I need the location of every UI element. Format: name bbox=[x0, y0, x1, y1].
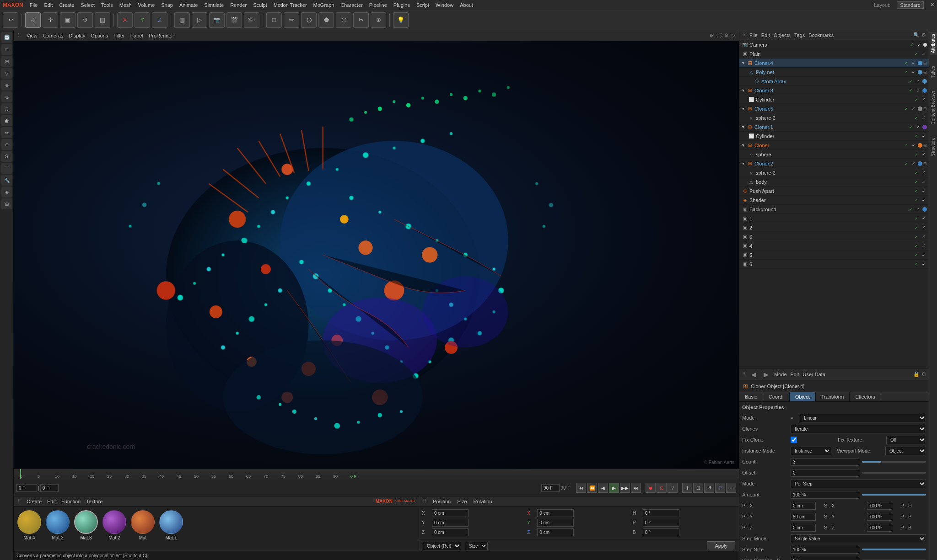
start-frame-field[interactable] bbox=[40, 484, 59, 492]
size-x-input[interactable] bbox=[537, 509, 574, 517]
material-mat2[interactable]: Mat.2 bbox=[102, 510, 126, 540]
menu-item-animate[interactable]: Animate bbox=[179, 2, 198, 8]
om-obj6-check1[interactable]: ✓ bbox=[913, 262, 920, 267]
menu-item-select[interactable]: Select bbox=[81, 2, 95, 8]
rot-b-input[interactable] bbox=[643, 528, 679, 536]
om-obj3-check2[interactable]: ✓ bbox=[921, 235, 927, 239]
om-menu-objects[interactable]: Objects bbox=[774, 32, 791, 38]
vp-menu-filter[interactable]: Filter bbox=[113, 33, 124, 38]
render-region[interactable]: ▦ bbox=[174, 12, 190, 28]
om-obj5-check1[interactable]: ✓ bbox=[913, 253, 920, 257]
om-search-icon[interactable]: 🔍 bbox=[913, 32, 920, 38]
pen-tool[interactable]: ✏ bbox=[284, 12, 299, 28]
sidebar-icon-15[interactable]: ⊞ bbox=[1, 198, 12, 209]
sidebar-icon-10[interactable]: ⊛ bbox=[1, 139, 12, 150]
om-obj2-check2[interactable]: ✓ bbox=[921, 225, 927, 230]
record-button[interactable]: ⏺ bbox=[646, 483, 656, 493]
prev-frame-button[interactable]: ⏪ bbox=[587, 483, 597, 493]
om-background-check1[interactable]: ✓ bbox=[908, 207, 914, 212]
om-cloner2-check2[interactable]: ✓ bbox=[910, 161, 917, 166]
om-cloner-check2[interactable]: ✓ bbox=[910, 143, 917, 148]
pos-z-input[interactable] bbox=[432, 528, 468, 536]
om-cylinder2-check1[interactable]: ✓ bbox=[913, 134, 920, 139]
om-cloner4-check1[interactable]: ✓ bbox=[903, 61, 910, 65]
move-tool[interactable]: ✛ bbox=[43, 12, 58, 28]
om-cloner1-check2[interactable]: ✓ bbox=[915, 125, 921, 129]
om-sphere-cloner-check1[interactable]: ✓ bbox=[913, 152, 920, 157]
z-axis[interactable]: Z bbox=[152, 12, 167, 28]
om-camera-check2[interactable]: ✓ bbox=[916, 43, 922, 47]
om-obj1-check1[interactable]: ✓ bbox=[913, 216, 920, 221]
mode-select[interactable]: Linear bbox=[800, 414, 926, 422]
om-row-cloner5[interactable]: ▼ ⊞ Cloner.5 ✓ ✓ ⊞ bbox=[739, 104, 929, 113]
material-mat1[interactable]: Mat.1 bbox=[159, 510, 183, 540]
menu-item-create[interactable]: Create bbox=[59, 2, 74, 8]
tab-transform[interactable]: Transform bbox=[816, 392, 850, 401]
om-polynet-check2[interactable]: ✓ bbox=[910, 70, 917, 75]
vp-menu-view[interactable]: View bbox=[27, 33, 38, 38]
stepsize-input[interactable] bbox=[791, 546, 859, 554]
om-row-sphere-cloner[interactable]: ○ sphere ✓ ✓ bbox=[739, 150, 929, 159]
vp-menu-options[interactable]: Options bbox=[91, 33, 108, 38]
vp-menu-prorender[interactable]: ProRender bbox=[149, 33, 173, 38]
loop-button[interactable]: ↺ bbox=[704, 483, 714, 493]
fixclone-checkbox[interactable] bbox=[791, 437, 797, 443]
pz-input[interactable] bbox=[791, 524, 816, 532]
size-z-input[interactable] bbox=[537, 528, 574, 536]
om-sphere-cloner-check2[interactable]: ✓ bbox=[921, 152, 927, 157]
om-row-3[interactable]: ▣ 3 ✓ ✓ bbox=[739, 232, 929, 241]
om-row-cloner4[interactable]: ▼ ⊞ Cloner.4 ✓ ✓ ⊞ bbox=[739, 59, 929, 68]
live-selection[interactable]: ▤ bbox=[95, 12, 110, 28]
tab-effectors[interactable]: Effectors bbox=[850, 392, 881, 401]
end-frame-field[interactable] bbox=[541, 484, 560, 492]
om-cylinder1-check1[interactable]: ✓ bbox=[913, 97, 920, 102]
om-row-1[interactable]: ▣ 1 ✓ ✓ bbox=[739, 214, 929, 223]
om-cylinder2-check2[interactable]: ✓ bbox=[921, 134, 927, 139]
material-mat4[interactable]: Mat.4 bbox=[17, 510, 41, 540]
size-mode-select[interactable]: Size bbox=[465, 542, 488, 550]
attr-forward-button[interactable]: ▶ bbox=[762, 370, 770, 379]
mat-menu-create[interactable]: Create bbox=[27, 499, 42, 504]
count-slider[interactable] bbox=[862, 461, 926, 463]
sidebar-icon-2[interactable]: □ bbox=[1, 44, 12, 55]
material-mat3a[interactable]: Mat.3 bbox=[46, 510, 70, 540]
menu-item-plugins[interactable]: Plugins bbox=[393, 2, 410, 8]
menu-item-render[interactable]: Render bbox=[230, 2, 247, 8]
om-row-cylinder1[interactable]: ⬜ Cylinder ✓ ✓ bbox=[739, 95, 929, 104]
goto-start-button[interactable]: ⏮ bbox=[576, 483, 586, 493]
playhead[interactable] bbox=[20, 469, 21, 479]
render-settings[interactable]: 📷 bbox=[209, 12, 225, 28]
om-cloner4-check2[interactable]: ✓ bbox=[910, 61, 917, 65]
rt-tab-takes[interactable]: Takes bbox=[930, 64, 937, 80]
play-back-button[interactable]: ◀ bbox=[598, 483, 608, 493]
viewport-mode-select[interactable]: Object bbox=[885, 447, 926, 455]
om-row-background[interactable]: ▣ Background ✓ ✓ bbox=[739, 205, 929, 214]
sphere-tool[interactable]: ⊙ bbox=[301, 12, 317, 28]
om-obj2-check1[interactable]: ✓ bbox=[913, 225, 920, 230]
om-obj1-check2[interactable]: ✓ bbox=[921, 216, 927, 221]
rot-p-input[interactable] bbox=[643, 519, 679, 527]
menu-item-character[interactable]: Character bbox=[340, 2, 362, 8]
rt-tab-content[interactable]: Content Browser bbox=[930, 89, 937, 126]
instancemode-select[interactable]: Instance bbox=[791, 447, 831, 455]
c-expand[interactable]: ▼ bbox=[741, 143, 745, 148]
sidebar-icon-12[interactable]: ⌒ bbox=[1, 163, 12, 174]
menu-item-snap[interactable]: Snap bbox=[161, 2, 173, 8]
y-axis[interactable]: Y bbox=[135, 12, 150, 28]
om-row-sphere2b[interactable]: ○ sphere 2 ✓ ✓ bbox=[739, 168, 929, 177]
stepsize-slider[interactable] bbox=[862, 549, 926, 550]
expand-icon[interactable]: ▼ bbox=[741, 61, 745, 65]
rotate-tool[interactable]: ↺ bbox=[77, 12, 93, 28]
count-input[interactable] bbox=[791, 458, 859, 466]
attr-menu-edit[interactable]: Edit bbox=[791, 372, 799, 377]
attr-lock-icon[interactable]: 🔒 bbox=[913, 371, 920, 377]
vp-menu-display[interactable]: Display bbox=[69, 33, 85, 38]
om-cloner5-check2[interactable]: ✓ bbox=[910, 107, 917, 111]
om-row-cloner3[interactable]: ▼ ⊞ Cloner.3 ✓ ✓ bbox=[739, 86, 929, 95]
om-row-sphere2a[interactable]: ○ sphere 2 ✓ ✓ bbox=[739, 113, 929, 123]
vp-icon-fullscreen[interactable]: ⛶ bbox=[716, 32, 722, 38]
om-row-plain[interactable]: ▣ Plain ✓ ✓ bbox=[739, 49, 929, 59]
play-button[interactable]: ▶ bbox=[609, 483, 619, 493]
sy-input[interactable] bbox=[867, 513, 892, 521]
om-row-shader[interactable]: ◈ Shader ✓ ✓ bbox=[739, 196, 929, 205]
